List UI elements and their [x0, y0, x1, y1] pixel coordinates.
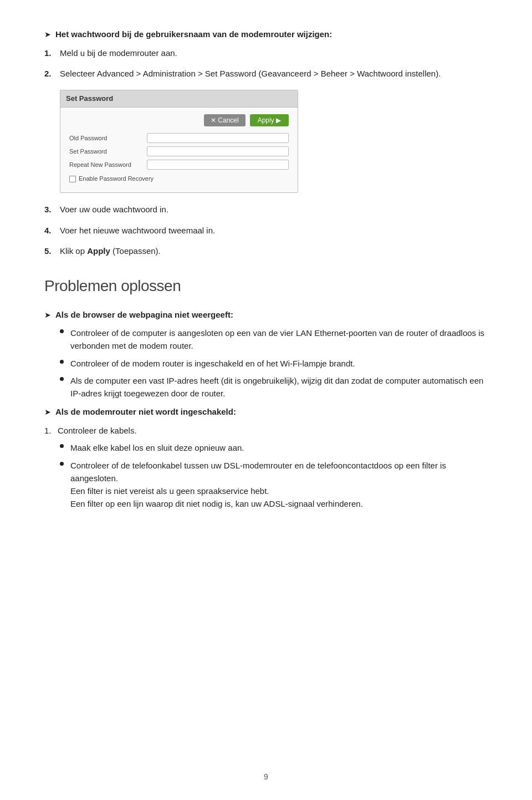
step-1-number: 1.	[44, 47, 60, 59]
step-5-text: Klik op Apply (Toepassen).	[60, 244, 488, 257]
numbered-item-1-text: Controleer de kabels.	[58, 424, 488, 437]
ss-label-repeat-password: Repeat New Password	[69, 160, 147, 170]
ss-input-old-password	[147, 133, 289, 143]
ss-label-old-password: Old Password	[69, 134, 147, 143]
step-3-text: Voer uw oude wachtwoord in.	[60, 203, 488, 216]
subsection-1-heading: Als de browser de webpagina niet weergee…	[55, 308, 488, 321]
ss-field-row-3: Repeat New Password	[69, 160, 289, 170]
numbered-item-1: 1. Controleer de kabels.	[44, 424, 488, 437]
subsection-2-heading-block: ➤ Als de modemrouter niet wordt ingescha…	[44, 405, 488, 419]
ss-cancel-button[interactable]: ✕ Cancel	[204, 114, 245, 126]
step-4-text: Voer het nieuwe wachtwoord tweemaal in.	[60, 224, 488, 237]
ss-input-repeat-password	[147, 160, 289, 170]
arrow-icon-sub2: ➤	[44, 406, 51, 419]
page-number: 9	[0, 771, 532, 783]
bullet-1-2: Controleer of de modem router is ingesch…	[60, 357, 488, 370]
ss-label-set-password: Set Password	[69, 147, 147, 156]
arrow-icon-main: ➤	[44, 29, 51, 41]
subsection-1-heading-block: ➤ Als de browser de webpagina niet weerg…	[44, 308, 488, 322]
step-1: 1. Meld u bij de modemrouter aan.	[44, 47, 488, 59]
arrow-icon-sub1: ➤	[44, 309, 51, 322]
ss-titlebar: Set Password	[60, 90, 298, 108]
subsection-1-bullets: Controleer of de computer is aangesloten…	[60, 327, 488, 400]
step-4-number: 4.	[44, 224, 60, 237]
bullet-2-1-text: Maak elke kabel los en sluit deze opnieu…	[70, 441, 488, 454]
bullet-dot	[60, 462, 64, 466]
bullet-dot	[60, 329, 64, 333]
step-2-number: 2.	[44, 67, 60, 80]
bullet-dot	[60, 377, 64, 381]
bullet-2-2: Controleer of de telefoonkabel tussen uw…	[60, 459, 488, 511]
bullet-1-1-text: Controleer of de computer is aangesloten…	[70, 327, 488, 353]
step-1-text: Meld u bij de modemrouter aan.	[60, 47, 488, 59]
subsection-2-heading: Als de modemrouter niet wordt ingeschake…	[55, 405, 488, 418]
ss-field-row-2: Set Password	[69, 146, 289, 156]
step-5: 5. Klik op Apply (Toepassen).	[44, 244, 488, 257]
bullet-1-2-text: Controleer of de modem router is ingesch…	[70, 357, 488, 370]
step-3-number: 3.	[44, 203, 60, 216]
ss-checkbox-enable-recovery	[69, 176, 76, 182]
bullet-2-2-text: Controleer of de telefoonkabel tussen uw…	[70, 459, 488, 511]
step-2-text: Selecteer Advanced > Administration > Se…	[60, 67, 488, 80]
ss-input-set-password	[147, 146, 289, 156]
step-2: 2. Selecteer Advanced > Administration >…	[44, 67, 488, 80]
bullet-1-1: Controleer of de computer is aangesloten…	[60, 327, 488, 353]
bullet-1-3: Als de computer een vast IP-adres heeft …	[60, 374, 488, 400]
step-4: 4. Voer het nieuwe wachtwoord tweemaal i…	[44, 224, 488, 237]
bullet-1-3-text: Als de computer een vast IP-adres heeft …	[70, 374, 488, 400]
step-5-number: 5.	[44, 244, 60, 257]
ss-apply-button[interactable]: Apply ▶	[250, 114, 289, 126]
main-heading-text: Het wachtwoord bij de gebruikersnaam van…	[55, 28, 488, 40]
set-password-screenshot: Set Password ✕ Cancel Apply ▶ Old Passwo…	[60, 90, 298, 193]
numbered-item-1-num: 1.	[44, 424, 58, 437]
ss-field-row-1: Old Password	[69, 133, 289, 143]
ss-checkbox-label: Enable Password Recovery	[79, 174, 154, 184]
main-heading-block: ➤ Het wachtwoord bij de gebruikersnaam v…	[44, 28, 488, 41]
step-3: 3. Voer uw oude wachtwoord in.	[44, 203, 488, 216]
section-heading: Problemen oplossen	[44, 274, 488, 298]
ss-checkbox-row: Enable Password Recovery	[69, 174, 289, 184]
bullet-2-1: Maak elke kabel los en sluit deze opnieu…	[60, 441, 488, 454]
bullet-dot	[60, 444, 64, 448]
bullet-dot	[60, 360, 64, 364]
subsection-2-bullets: Maak elke kabel los en sluit deze opnieu…	[60, 441, 488, 510]
